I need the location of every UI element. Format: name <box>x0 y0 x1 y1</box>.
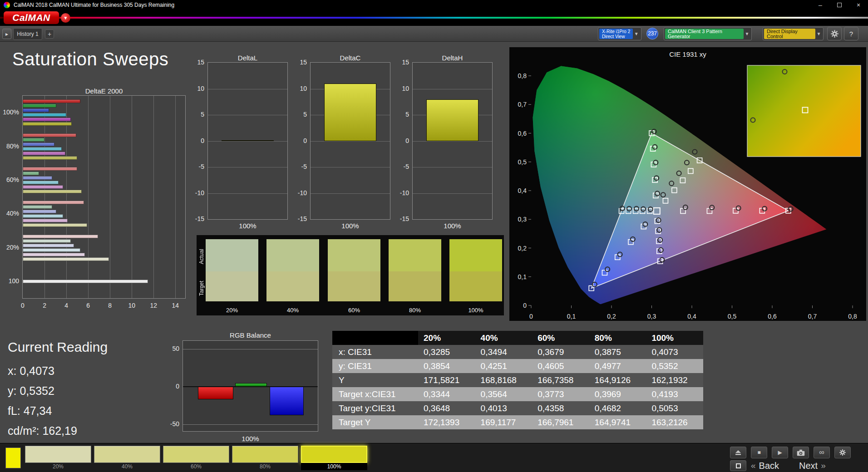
meter-dropdown[interactable]: X-Rite i1Pro 2Direct View ▼ <box>598 27 641 40</box>
rgb-zero-line <box>183 386 318 387</box>
layout-button[interactable] <box>730 460 746 471</box>
chevron-down-icon: ▼ <box>815 31 822 36</box>
table-cell: 164,9741 <box>589 415 646 429</box>
table-cell: 0,3875 <box>589 345 646 359</box>
minimize-button[interactable]: – <box>811 0 830 10</box>
table-header-cell: 80% <box>589 331 646 345</box>
pattern-dropdown[interactable]: CalMAN Client 3 Pattern Generator ▼ <box>664 27 752 40</box>
gear-button[interactable] <box>827 27 842 40</box>
display-dropdown[interactable]: Direct Display Control ▼ <box>763 27 824 40</box>
table-header-cell: 20% <box>418 331 475 345</box>
display-label: Direct Display Control <box>764 29 815 39</box>
deltae-gridline <box>44 96 45 298</box>
swatch-caption: 40% <box>94 463 160 470</box>
chevron-down-icon: ▼ <box>633 31 640 36</box>
deltae-gridline <box>175 96 176 298</box>
actual-swatch <box>449 239 502 271</box>
deltae-bar <box>23 156 77 160</box>
next-button[interactable]: Next » <box>799 461 826 471</box>
maximize-button[interactable] <box>830 0 849 10</box>
table-row: Target x:CIE310,33440,35640,37730,39690,… <box>332 387 703 401</box>
actual-swatch <box>389 239 441 271</box>
stop-button[interactable]: ■ <box>751 447 767 458</box>
pattern-swatch-button[interactable]: 100% <box>301 446 367 470</box>
deltae-x-tick-label: 2 <box>39 302 50 310</box>
cie-y-tick-label: 0,2 <box>518 245 527 252</box>
measured-point <box>605 267 610 271</box>
loop-button[interactable]: ∞ <box>814 447 830 458</box>
deltae-bar <box>23 99 80 103</box>
pattern-swatch-button[interactable]: 80% <box>232 446 298 470</box>
deltae-group-label: 100 <box>0 277 19 285</box>
table-cell: 0,4605 <box>532 359 589 373</box>
infinity-icon: ∞ <box>819 449 824 456</box>
tab-history[interactable]: History 1 <box>13 28 42 40</box>
close-button[interactable]: × <box>849 0 868 10</box>
deltae-gridline <box>88 96 89 298</box>
table-row: y: CIE310,38540,42510,46050,49770,5352 <box>332 359 703 373</box>
table-cell: 0,3344 <box>418 387 475 401</box>
swatch-color <box>25 446 91 463</box>
target-swatch <box>206 271 258 301</box>
panel-expand-button[interactable]: ▸ <box>2 29 11 39</box>
pattern-swatch-button[interactable]: 20% <box>25 446 91 470</box>
cie-x-tick-label: 0,8 <box>848 313 857 320</box>
camera-button[interactable] <box>793 447 809 458</box>
play-button[interactable]: ▶ <box>772 447 788 458</box>
table-cell: 0,3854 <box>418 359 475 373</box>
table-cell: 0,4193 <box>646 387 703 401</box>
deltae-plot: 02468101214100%80%60%40%20%100 <box>22 95 186 299</box>
stop-icon: ■ <box>757 450 760 455</box>
delta-gridline <box>208 115 287 115</box>
deltae-group-label: 80% <box>0 143 19 150</box>
cie-y-tick-label: 0 <box>523 302 527 309</box>
target-swatch <box>449 271 502 301</box>
deltae-x-tick-label: 0 <box>17 302 28 310</box>
swatch-color <box>94 446 160 463</box>
swatch-label: 40% <box>266 307 319 314</box>
back-button[interactable]: « Back <box>751 461 779 471</box>
table-corner-cell <box>332 331 418 345</box>
actual-swatch <box>206 239 258 271</box>
deltae-bar <box>23 214 63 218</box>
target-swatch <box>328 271 380 301</box>
brand-dropdown-button[interactable]: ▼ <box>61 13 70 23</box>
delta-bar <box>426 99 478 141</box>
deltal-chart-title: DeltaL <box>207 54 288 62</box>
pattern-swatch-button[interactable]: 60% <box>163 446 229 470</box>
saturation-swatch-column: 20% <box>206 239 258 314</box>
deltae-group-label: 40% <box>0 210 19 217</box>
pattern-swatch-button[interactable]: 40% <box>94 446 160 470</box>
table-row-label: x: CIE31 <box>332 345 418 359</box>
measured-point <box>654 176 659 180</box>
table-cell: 164,9126 <box>589 373 646 387</box>
measured-point <box>692 149 697 154</box>
delta-y-tick-label: 10 <box>394 85 409 93</box>
help-button[interactable]: ? <box>844 27 858 40</box>
delta-y-tick-label: 0 <box>394 137 409 145</box>
measured-point <box>710 205 714 210</box>
deltae-gridline <box>66 96 67 298</box>
rgb-y-tick-label: 0 <box>163 383 179 390</box>
table-row-label: Y <box>332 373 418 387</box>
table-cell: 0,3564 <box>475 387 533 401</box>
delta-y-tick-label: -15 <box>394 215 409 223</box>
measured-point <box>631 237 635 241</box>
deltae-bar <box>23 113 66 117</box>
measured-point <box>641 206 646 211</box>
delta-y-tick-label: 0 <box>189 137 204 145</box>
rgb-y-tick-label: 50 <box>163 345 179 353</box>
brand-logo[interactable]: CalMAN <box>4 11 59 24</box>
measured-point <box>736 206 741 211</box>
rgb-bar-blue <box>270 387 304 415</box>
add-tab-button[interactable]: + <box>45 30 54 39</box>
eject-button[interactable] <box>730 447 746 458</box>
deltae-group-label: 100% <box>0 108 19 116</box>
rgb-chart-title: RGB Balance <box>182 331 318 339</box>
deltae-bar <box>23 138 44 142</box>
delta-y-tick-label: 5 <box>189 111 204 118</box>
app-icon <box>4 2 10 8</box>
deltae-bar <box>23 201 84 204</box>
settings-button[interactable] <box>834 447 851 458</box>
delta-bar <box>222 140 274 141</box>
